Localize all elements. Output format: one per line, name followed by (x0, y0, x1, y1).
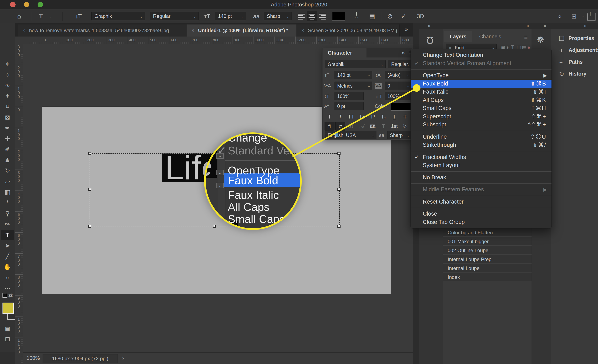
document-tab-1[interactable]: ×how-to-remove-watermarks-4-5b33aa1546e0… (18, 24, 187, 37)
fractions-button[interactable]: ½ (400, 122, 410, 130)
history-brush-tool[interactable]: ↻ (1, 166, 14, 176)
layer-row-001-make-it-bigger[interactable]: 001 Make it bigger (443, 237, 535, 246)
titling-alternates-button[interactable]: T (379, 122, 389, 130)
cp-anti-alias-select[interactable]: Sharp⌄ (387, 131, 412, 139)
line-tool[interactable]: ╱ (1, 251, 14, 261)
layers-panel-menu-icon[interactable]: ≡ (524, 34, 528, 41)
align-right-button[interactable] (317, 11, 327, 21)
zoom-level[interactable]: 100% (27, 355, 40, 361)
menu-item-no-break[interactable]: No Break (411, 173, 551, 182)
layer-row-002-outline-loupe[interactable]: 002 Outline Loupe (443, 246, 535, 255)
tool-preset-chevron-icon[interactable]: ⌄ (47, 9, 54, 23)
share-icon[interactable]: ↑ (587, 13, 596, 21)
selection-handle[interactable] (337, 225, 341, 228)
stylistic-alternates-button[interactable]: a͞a (368, 122, 378, 130)
menu-item-superscript[interactable]: Superscript⇧⌘+ (411, 113, 551, 121)
layer-row-internal-loupe[interactable]: Internal Loupe (443, 264, 535, 273)
panel-button-properties[interactable]: ❏Properties (551, 32, 598, 44)
eyedropper-tool[interactable]: ✒ (1, 123, 14, 133)
layer-row-index[interactable]: Index (443, 273, 535, 281)
text-color-swatch[interactable] (391, 102, 412, 111)
document-tab-2[interactable]: ×Untitled-1 @ 100% (Lifewire, RGB/8*) * (187, 24, 297, 37)
close-tab-icon[interactable]: × (22, 24, 25, 37)
menu-item-faux-italic[interactable]: Faux Italic⇧⌘I (411, 88, 551, 96)
cancel-edits-icon[interactable]: ⊘ (384, 9, 396, 23)
blur-tool[interactable]: ❜ (1, 198, 14, 208)
menu-item-faux-bold[interactable]: Faux Bold⇧⌘B (411, 80, 551, 88)
clone-stamp-tool[interactable]: ♟ (1, 155, 14, 165)
selection-handle[interactable] (88, 188, 91, 191)
menu-item-underline[interactable]: Underline⇧⌘U (411, 133, 551, 141)
font-size-select[interactable]: 140 pt ⌄ (215, 12, 246, 20)
hand-tool[interactable]: ✋ (1, 262, 14, 272)
lasso-tool[interactable]: ∿ (1, 80, 14, 90)
menu-item-opentype[interactable]: OpenType▶ (411, 71, 551, 80)
collapse-dock-icon[interactable]: « (428, 23, 431, 29)
collapse-dock-icon[interactable]: « (584, 23, 587, 29)
align-center-button[interactable] (307, 11, 317, 21)
menu-item-close-tab-group[interactable]: Close Tab Group (411, 218, 551, 226)
lightbulb-icon[interactable]: ℧ (426, 35, 433, 46)
expand-dock-icon[interactable]: » (526, 23, 529, 29)
selection-handle[interactable] (337, 188, 341, 191)
magic-wand-tool[interactable]: ✦ (1, 91, 14, 101)
character-panel-tab[interactable]: Character (323, 48, 366, 57)
menu-item-reset-character[interactable]: Reset Character (411, 198, 551, 206)
menu-item-standard-vertical-roman-alignment[interactable]: ✓Standard Vertical Roman Alignment (411, 59, 551, 68)
ligatures-button[interactable]: fi (324, 122, 334, 130)
menu-item-strikethrough[interactable]: Strikethrough⇧⌘/ (411, 141, 551, 149)
selection-handle[interactable] (213, 225, 216, 228)
font-family-select[interactable]: Graphik ⌄ (91, 12, 145, 20)
menu-item-close[interactable]: Close (411, 210, 551, 218)
horizontal-ruler[interactable]: 0100200300400500600700800900100011001200… (23, 37, 413, 44)
swash-button[interactable]: 𝒜 (357, 122, 367, 130)
vertical-ruler[interactable]: 3 0 02 0 01 0 001 0 02 0 03 0 04 0 05 0 … (15, 44, 23, 364)
move-tool[interactable]: ⌖ (1, 59, 14, 69)
3d-button[interactable]: 3D (413, 9, 428, 23)
align-left-button[interactable] (297, 11, 307, 21)
pen-tool[interactable]: ✑ (1, 219, 14, 229)
text-color-swatch[interactable] (332, 12, 345, 21)
edit-toolbar[interactable]: ⋯ (1, 283, 14, 293)
type-tool-icon[interactable]: T (36, 9, 46, 23)
text-orientation-icon[interactable]: ↓T (70, 9, 87, 23)
menu-item-all-caps[interactable]: All Caps⇧⌘K (411, 96, 551, 104)
cp-font-size-select[interactable]: 140 pt⌄ (334, 71, 372, 79)
panel-chevrons-icon[interactable]: » (402, 50, 405, 56)
selection-handle[interactable] (88, 152, 91, 155)
menu-item-small-caps[interactable]: Small Caps⇧⌘H (411, 104, 551, 113)
swap-colors-icon[interactable]: ⇄ (8, 292, 13, 299)
all-caps-button[interactable]: TT (346, 112, 356, 121)
collapse-dock-icon[interactable]: « (544, 23, 546, 29)
menu-item-system-layout[interactable]: System Layout (411, 161, 551, 170)
leading-select[interactable]: (Auto)⌄ (385, 71, 412, 79)
strikethrough-button[interactable]: T (400, 112, 410, 121)
warp-text-icon[interactable]: T ⌣ (352, 11, 361, 20)
selection-handle[interactable] (88, 225, 91, 228)
quick-mask-icon[interactable]: ▣ (1, 324, 14, 334)
cp-font-style-select[interactable]: Regular⌄ (389, 60, 412, 68)
close-tab-icon[interactable]: × (191, 24, 194, 37)
crop-tool[interactable]: ⌗ (1, 102, 14, 112)
faux-italic-button[interactable]: T (335, 112, 345, 121)
faux-bold-button[interactable]: T (324, 112, 334, 121)
kerning-select[interactable]: Metrics⌄ (334, 81, 372, 90)
panel-button-history[interactable]: ↻History (551, 68, 598, 80)
path-selection-tool[interactable]: ➤ (1, 241, 14, 251)
healing-brush-tool[interactable]: ✚ (1, 134, 14, 144)
panel-button-adjustments[interactable]: ◑Adjustments (551, 44, 598, 56)
subscript-button[interactable]: T₁ (379, 112, 389, 121)
gradient-tool[interactable]: ◧ (1, 187, 14, 197)
menu-item-subscript[interactable]: Subscript^⇧⌘+ (411, 121, 551, 129)
tab-layers[interactable]: Layers (444, 31, 472, 42)
toggle-panels-icon[interactable]: ▤ (366, 9, 378, 23)
selection-handle[interactable] (337, 152, 341, 155)
zoom-tool[interactable]: ⌕ (1, 273, 14, 283)
layer-row-color-bg-and-flatten[interactable]: Color bg and Flatten (443, 228, 535, 237)
status-chevron-icon[interactable]: › (122, 355, 124, 361)
eraser-tool[interactable]: ▱ (1, 177, 14, 186)
workspace-chevron-icon[interactable]: ⌄ (580, 9, 586, 23)
document-tab-3[interactable]: ×Screen Shot 2020-06-03 at 9.49.08 PM.j (297, 24, 400, 37)
search-icon[interactable]: ⌕ (554, 9, 566, 23)
brush-tool[interactable]: ✐ (1, 145, 14, 154)
